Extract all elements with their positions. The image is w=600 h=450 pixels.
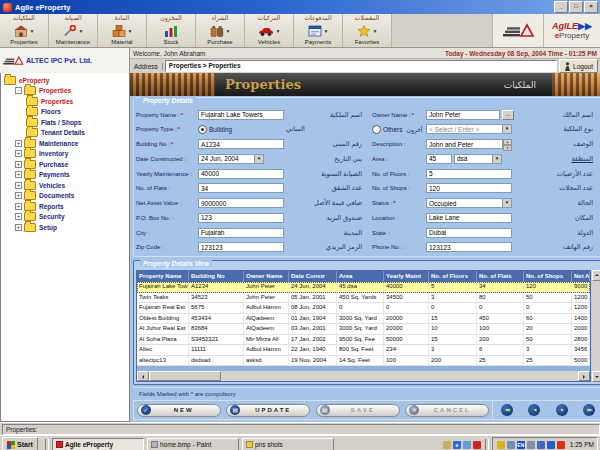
volume-icon[interactable]	[507, 441, 515, 449]
grid-horizontal-scrollbar[interactable]	[137, 371, 590, 381]
start-button[interactable]: Start	[2, 437, 38, 450]
grid-header-cell[interactable]: No. of Floors	[429, 271, 477, 282]
chevron-down-icon[interactable]: ▼	[226, 28, 231, 34]
maximize-button[interactable]: □	[569, 1, 583, 13]
agile-tray-icon[interactable]	[473, 441, 481, 449]
chevron-down-icon[interactable]: ▼	[128, 28, 133, 34]
owner-type-dropdown-icon[interactable]: ▼	[502, 124, 512, 134]
sidebar-item-purchase[interactable]: +Purchase	[1, 159, 129, 170]
grid-vertical-scrollbar[interactable]	[592, 270, 600, 382]
expand-icon[interactable]: +	[15, 182, 22, 189]
description-spinner[interactable]: ▲▼	[503, 139, 512, 149]
messenger-icon[interactable]	[547, 441, 555, 449]
minimize-button[interactable]: _	[554, 1, 568, 13]
chevron-down-icon[interactable]: ▼	[79, 28, 84, 34]
keys-icon[interactable]	[497, 441, 505, 449]
expand-icon[interactable]: +	[15, 213, 22, 220]
toolbar-stock-button[interactable]: المخزونStock	[147, 14, 196, 47]
building-radio[interactable]	[198, 125, 207, 134]
sidebar-item-setup[interactable]: +Setup	[1, 222, 129, 233]
toolbar-material-button[interactable]: المادة▼Material	[98, 14, 147, 47]
grid-row[interactable]: altecipc13dsdsadasksd19 Nov, 200414 Sq. …	[137, 356, 590, 367]
new-button[interactable]: ✓NEW	[137, 404, 221, 417]
power-icon[interactable]	[557, 441, 565, 449]
sidebar-item-payments[interactable]: +Payments	[1, 170, 129, 181]
expand-icon[interactable]: +	[15, 161, 22, 168]
address-path-field[interactable]: Properties > Properties	[165, 60, 557, 72]
status-select[interactable]	[426, 198, 502, 208]
chevron-down-icon[interactable]: ▼	[324, 28, 329, 34]
owner-name-input[interactable]	[426, 110, 500, 120]
owner-type-select[interactable]	[426, 124, 502, 134]
sidebar-item-flats-shops[interactable]: Flats / Shops	[1, 117, 129, 128]
grid-row[interactable]: Al Soha PlazaS3452321Mir Mirza Ali17 Jan…	[137, 335, 590, 346]
sidebar-item-floors[interactable]: Floors	[1, 107, 129, 118]
area-unit-select[interactable]	[454, 154, 492, 164]
sidebar-item-tenant-details[interactable]: Tenant Details	[1, 128, 129, 139]
grid-row[interactable]: Twin Teaks34523John Peter05 Jan, 2001450…	[137, 293, 590, 304]
collapse-icon[interactable]: -	[15, 87, 22, 94]
grid-row[interactable]: Al Juhur Real Est83684AlQadeem03 Jan, 20…	[137, 324, 590, 335]
scroll-left-button[interactable]	[137, 371, 149, 381]
description-input[interactable]	[426, 139, 503, 149]
sidebar-item-properties[interactable]: -Properties	[1, 86, 129, 97]
sidebar-item-properties[interactable]: Properties	[1, 96, 129, 107]
phone-no-input[interactable]	[426, 242, 512, 252]
toolbar-purchase-button[interactable]: الشراء▼Purchase	[196, 14, 245, 47]
po-box-input[interactable]	[198, 213, 284, 223]
grid-header-cell[interactable]: No. of Flats	[477, 271, 524, 282]
chevron-down-icon[interactable]: ▼	[30, 28, 35, 34]
language-en-icon[interactable]: EN	[517, 441, 525, 449]
update-button[interactable]: ▤UPDATE	[226, 404, 310, 417]
ie-icon[interactable]: e	[453, 441, 461, 449]
grid-header-cell[interactable]: Building No	[189, 271, 244, 282]
grid-row[interactable]: Fujairah Real Est5675Adbul Hamm08 Jun, 2…	[137, 303, 590, 314]
status-dropdown-icon[interactable]: ▼	[502, 198, 512, 208]
state-input[interactable]	[426, 228, 512, 238]
expand-icon[interactable]: +	[15, 171, 22, 178]
folder-view-icon[interactable]	[463, 441, 471, 449]
others-radio[interactable]	[372, 125, 381, 134]
grid-header-cell[interactable]: No. of Shops	[524, 271, 572, 282]
expand-icon[interactable]: +	[15, 203, 22, 210]
close-button[interactable]: ×	[584, 1, 598, 13]
scroll-up-button[interactable]	[592, 270, 600, 281]
no-of-flats-input[interactable]	[198, 183, 284, 193]
expand-icon[interactable]: +	[15, 192, 22, 199]
grid-header-cell[interactable]: Net A	[572, 271, 590, 282]
next-record-button[interactable]: ▶	[556, 404, 568, 416]
area-unit-dropdown-icon[interactable]: ▼	[492, 154, 502, 164]
last-record-button[interactable]: ▶▶	[583, 404, 595, 416]
sidebar-item-security[interactable]: +Security	[1, 212, 129, 223]
expand-icon[interactable]: +	[15, 140, 22, 147]
toolbar-payments-button[interactable]: المدفوعات▼Payments	[294, 14, 343, 47]
grid-header-cell[interactable]: Owner Name	[244, 271, 289, 282]
property-name-input[interactable]	[198, 110, 284, 120]
toolbar-properties-button[interactable]: الملكيات▼Properties	[0, 14, 49, 47]
vertical-scroll-thumb[interactable]	[592, 282, 600, 370]
date-constructed-select[interactable]	[198, 154, 254, 164]
sidebar-item-vehicles[interactable]: +Vehicles	[1, 180, 129, 191]
taskbar-task-pns-shots[interactable]: pns shots	[242, 438, 334, 450]
expand-icon[interactable]: +	[15, 150, 22, 157]
sidebar-item-reports[interactable]: +Reports	[1, 201, 129, 212]
scroll-right-button[interactable]	[578, 371, 590, 381]
grid-header-cell[interactable]: Yearly Maint	[384, 271, 429, 282]
owner-browse-button[interactable]: ...	[502, 110, 514, 120]
first-record-button[interactable]: ◀◀	[501, 404, 513, 416]
grid-row[interactable]: Fujairah Lake TowA1234John Peter24 Jun, …	[137, 282, 590, 293]
no-of-floors-input[interactable]	[426, 169, 512, 179]
sidebar-item-eproperty[interactable]: eProperty	[1, 75, 129, 86]
sidebar-item-documents[interactable]: +Documents	[1, 191, 129, 202]
show-desktop-icon[interactable]	[443, 441, 451, 449]
yearly-maintenance-input[interactable]	[198, 169, 284, 179]
no-of-shops-input[interactable]	[426, 183, 512, 193]
building-no-input[interactable]	[198, 139, 284, 149]
toolbar-maintenance-button[interactable]: الصيانة▼Maintenance	[49, 14, 98, 47]
chevron-down-icon[interactable]: ▼	[276, 28, 281, 34]
network-icon[interactable]	[537, 441, 545, 449]
toolbar-favorites-button[interactable]: المفضلات▼Favorites	[343, 14, 392, 47]
scroll-down-button[interactable]	[592, 371, 600, 382]
display-icon[interactable]	[527, 441, 535, 449]
location-input[interactable]	[426, 213, 512, 223]
